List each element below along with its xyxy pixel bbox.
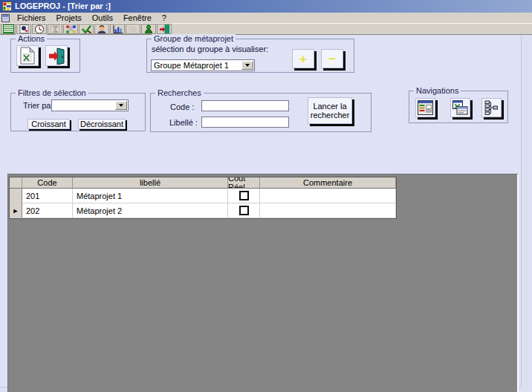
toolbar-exit-button[interactable] <box>157 24 172 34</box>
cout-reel-checkbox[interactable] <box>239 191 249 200</box>
toolbar-table-list-button[interactable] <box>1 24 16 34</box>
toolbar-user-button[interactable] <box>94 24 109 34</box>
cell-code[interactable]: 202 <box>22 203 73 218</box>
form-window-icon <box>418 100 433 115</box>
exit-door-icon <box>48 47 65 65</box>
export-button[interactable] <box>16 45 39 66</box>
header-commentaire[interactable]: Commentaire <box>260 177 396 189</box>
toolbar-chart-button[interactable] <box>110 24 125 34</box>
metaproject-table: Code libellé Cout Réel Commentaire 201 M… <box>9 177 397 219</box>
actions-groupbox-title: Actions <box>16 34 47 43</box>
chevron-down-icon <box>245 64 250 67</box>
row-selector-cell[interactable]: ► <box>10 203 22 218</box>
network-icon <box>65 24 77 34</box>
filters-groupbox: Filtres de sélection Trier par : Croissa… <box>10 93 146 131</box>
launch-search-button-label: Lancer la rechercher <box>311 102 350 120</box>
toolbar-network-button[interactable] <box>63 24 78 34</box>
sort-by-combobox[interactable] <box>51 99 129 111</box>
code-input[interactable] <box>201 100 289 111</box>
sparkle-disabled-icon <box>128 24 138 34</box>
menubar: Fichiers Projets Outils Fenêtre ? <box>0 13 532 23</box>
form-client-area: Actions Groupe de métaprojet sélection d… <box>0 35 522 388</box>
user-icon <box>97 24 107 34</box>
minus-icon: − <box>328 53 336 65</box>
header-cout-reel[interactable]: Cout Réel <box>228 177 260 189</box>
search-groupbox: Recherches Code : Libellé : Lancer la re… <box>150 93 372 132</box>
table-row[interactable]: ► 202 Métaprojet 2 <box>10 203 396 218</box>
app-grid-icon <box>2 1 12 11</box>
cout-reel-checkbox[interactable] <box>239 206 249 215</box>
descending-button-label: Décroissant <box>80 120 123 128</box>
metaproject-select-label: sélection du groupe à visualiser: <box>152 45 268 53</box>
clock-icon <box>34 24 45 34</box>
launch-search-button[interactable]: Lancer la rechercher <box>308 97 352 124</box>
ascending-button[interactable]: Croissant <box>27 119 70 129</box>
table-row[interactable]: 201 Métaprojet 1 <box>10 189 396 203</box>
toolbar-sparkle-button-disabled[interactable] <box>126 24 140 34</box>
tree-structure-icon <box>484 100 499 115</box>
nav-form-view-button[interactable] <box>415 98 435 117</box>
ascending-button-label: Croissant <box>31 120 65 128</box>
quit-button[interactable] <box>45 45 68 66</box>
cell-code[interactable]: 201 <box>22 189 73 203</box>
cell-cout-reel[interactable] <box>228 189 260 203</box>
menu-outils[interactable]: Outils <box>87 13 118 23</box>
sort-by-combobox-dropdown-button[interactable] <box>115 101 127 110</box>
validate-check-icon <box>81 24 92 34</box>
menu-help[interactable]: ? <box>157 13 172 23</box>
bar-chart-icon <box>112 24 123 34</box>
cell-cout-reel[interactable] <box>228 203 260 218</box>
resource-figure-icon <box>143 24 154 34</box>
table-header-row: Code libellé Cout Réel Commentaire <box>10 177 396 189</box>
cell-libelle[interactable]: Métaprojet 1 <box>73 189 228 203</box>
libelle-label: Libellé : <box>169 118 198 127</box>
toolbar-resource-button[interactable] <box>141 24 156 34</box>
content-area: Code libellé Cout Réel Commentaire 201 M… <box>7 174 519 392</box>
toolbar-preview-button[interactable] <box>16 24 31 34</box>
header-code[interactable]: Code <box>22 177 73 189</box>
metaproject-combobox-dropdown-button[interactable] <box>241 61 253 70</box>
chevron-down-icon <box>119 104 123 107</box>
metaproject-groupbox-title: Groupe de métaprojet <box>152 34 236 43</box>
menu-projets[interactable]: Projets <box>51 13 87 23</box>
preview-icon <box>19 24 30 33</box>
descending-button[interactable]: Décroissant <box>78 119 126 129</box>
export-document-icon <box>19 47 36 65</box>
remove-group-button[interactable]: − <box>321 49 343 68</box>
metaproject-combobox[interactable]: Groupe Métaprojet 1 <box>151 59 255 71</box>
metaproject-combobox-value: Groupe Métaprojet 1 <box>154 61 242 70</box>
libelle-input[interactable] <box>201 117 289 128</box>
cell-libelle[interactable]: Métaprojet 2 <box>73 203 228 218</box>
toolbar-validate-button[interactable] <box>79 24 94 34</box>
search-groupbox-title: Recherches <box>155 88 204 97</box>
window-title: LOGEPROJ - [Trier par :] <box>15 0 111 13</box>
table-list-icon <box>3 24 14 33</box>
mdi-child-icon[interactable] <box>1 14 10 22</box>
filters-groupbox-title: Filtres de sélection <box>16 88 88 97</box>
plus-icon: + <box>299 53 307 65</box>
cell-commentaire[interactable] <box>260 203 396 218</box>
row-selector-cell[interactable] <box>10 189 22 203</box>
cell-commentaire[interactable] <box>260 189 396 203</box>
menu-fenetre[interactable]: Fenêtre <box>118 13 157 23</box>
header-libelle[interactable]: libellé <box>73 177 228 189</box>
toolbar-clock-button[interactable] <box>32 24 47 34</box>
header-selector <box>10 177 22 189</box>
toolbar <box>0 23 532 35</box>
sum-icon <box>50 24 60 34</box>
logeproj-window: { "window": { "title": "LOGEPROJ - [Trie… <box>0 0 532 392</box>
code-label: Code : <box>170 102 194 111</box>
cascade-windows-icon <box>452 100 468 115</box>
nav-cascade-windows-button[interactable] <box>450 98 470 117</box>
toolbar-sum-button[interactable] <box>48 24 62 34</box>
table-body: 201 Métaprojet 1 ► 202 Métaprojet 2 <box>10 189 396 218</box>
add-group-button[interactable]: + <box>292 49 314 68</box>
navigation-groupbox-title: Navigations <box>414 86 461 95</box>
navigation-groupbox: Navigations <box>409 91 508 123</box>
exit-door-icon <box>159 24 170 34</box>
actions-groupbox: Actions <box>10 39 80 73</box>
nav-tree-view-button[interactable] <box>481 98 502 117</box>
titlebar[interactable]: LOGEPROJ - [Trier par :] <box>0 0 532 13</box>
menu-fichiers[interactable]: Fichiers <box>12 13 51 23</box>
